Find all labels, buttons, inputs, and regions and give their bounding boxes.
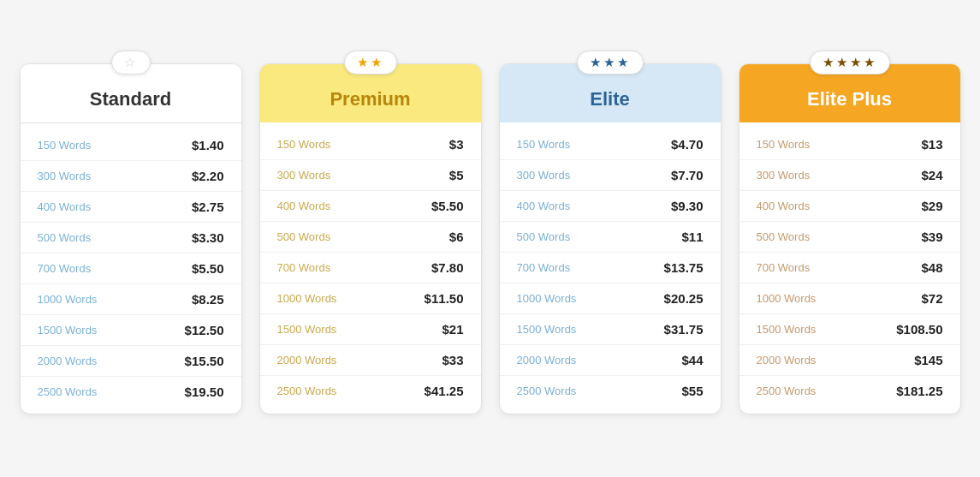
table-row: 500 Words$6 bbox=[260, 222, 481, 253]
table-row: 2500 Words$41.25 bbox=[260, 376, 481, 406]
plan-header-elite: ★★★Elite bbox=[500, 64, 721, 122]
price-value: $9.30 bbox=[671, 199, 704, 213]
word-count-label: 300 Words bbox=[277, 169, 331, 182]
table-row: 2000 Words$145 bbox=[739, 345, 960, 376]
word-count-label: 1000 Words bbox=[517, 292, 577, 305]
plan-title-elite-plus: Elite Plus bbox=[748, 88, 952, 110]
price-value: $181.25 bbox=[896, 384, 942, 398]
table-row: 700 Words$7.80 bbox=[260, 253, 481, 283]
price-value: $31.75 bbox=[664, 322, 704, 337]
table-row: 150 Words$13 bbox=[739, 129, 960, 160]
price-value: $41.25 bbox=[425, 384, 464, 398]
word-count-label: 1000 Words bbox=[757, 292, 817, 305]
price-value: $1.40 bbox=[192, 138, 224, 152]
table-row: 700 Words$48 bbox=[739, 253, 960, 283]
word-count-label: 300 Words bbox=[757, 169, 811, 182]
table-row: 150 Words$3 bbox=[260, 129, 481, 160]
word-count-label: 500 Words bbox=[517, 230, 571, 243]
plan-card-elite: ★★★Elite150 Words$4.70300 Words$7.70400 … bbox=[499, 63, 722, 414]
table-row: 1000 Words$20.25 bbox=[500, 283, 721, 314]
plan-header-standard: ☆Standard bbox=[21, 64, 241, 123]
word-count-label: 2500 Words bbox=[757, 385, 817, 397]
plan-header-premium: ★★Premium bbox=[260, 64, 481, 122]
table-row: 300 Words$24 bbox=[739, 160, 960, 191]
word-count-label: 150 Words bbox=[517, 138, 571, 151]
word-count-label: 400 Words bbox=[517, 200, 571, 212]
pricing-rows-premium: 150 Words$3300 Words$5400 Words$5.50500 … bbox=[260, 122, 481, 413]
star-badge-premium: ★★ bbox=[344, 51, 397, 75]
table-row: 2000 Words$15.50 bbox=[21, 346, 241, 377]
plan-card-standard: ☆Standard150 Words$1.40300 Words$2.20400… bbox=[20, 63, 242, 414]
price-value: $21 bbox=[442, 322, 463, 337]
word-count-label: 150 Words bbox=[757, 138, 811, 151]
word-count-label: 500 Words bbox=[38, 231, 92, 244]
table-row: 2500 Words$55 bbox=[500, 376, 721, 406]
plan-card-premium: ★★Premium150 Words$3300 Words$5400 Words… bbox=[259, 63, 482, 414]
word-count-label: 2000 Words bbox=[277, 354, 337, 367]
price-value: $11.50 bbox=[425, 291, 464, 306]
pricing-rows-elite-plus: 150 Words$13300 Words$24400 Words$29500 … bbox=[739, 122, 960, 413]
table-row: 400 Words$29 bbox=[739, 191, 960, 222]
word-count-label: 1500 Words bbox=[38, 324, 98, 337]
word-count-label: 500 Words bbox=[277, 230, 331, 243]
word-count-label: 2500 Words bbox=[517, 385, 577, 397]
price-value: $12.50 bbox=[185, 323, 224, 337]
price-value: $3 bbox=[449, 137, 464, 152]
pricing-rows-standard: 150 Words$1.40300 Words$2.20400 Words$2.… bbox=[21, 123, 241, 414]
word-count-label: 300 Words bbox=[38, 170, 92, 182]
star-badge-elite: ★★★ bbox=[577, 51, 644, 75]
price-value: $24 bbox=[921, 168, 942, 182]
price-value: $5.50 bbox=[192, 261, 224, 276]
pricing-grid: ☆Standard150 Words$1.40300 Words$2.20400… bbox=[20, 63, 961, 414]
table-row: 1000 Words$11.50 bbox=[260, 283, 481, 314]
table-row: 1000 Words$8.25 bbox=[21, 284, 241, 315]
word-count-label: 700 Words bbox=[38, 262, 92, 275]
price-value: $145 bbox=[914, 353, 942, 367]
price-value: $11 bbox=[681, 230, 703, 244]
price-value: $7.70 bbox=[671, 168, 704, 182]
table-row: 700 Words$13.75 bbox=[500, 253, 721, 283]
table-row: 400 Words$5.50 bbox=[260, 191, 481, 222]
star-badge-elite-plus: ★★★★ bbox=[810, 51, 890, 75]
price-value: $19.50 bbox=[185, 385, 224, 399]
plan-title-elite: Elite bbox=[508, 88, 712, 110]
word-count-label: 400 Words bbox=[38, 200, 92, 213]
table-row: 1000 Words$72 bbox=[739, 283, 960, 314]
price-value: $2.75 bbox=[192, 200, 224, 214]
word-count-label: 150 Words bbox=[277, 138, 331, 151]
table-row: 1500 Words$108.50 bbox=[739, 314, 960, 345]
pricing-rows-elite: 150 Words$4.70300 Words$7.70400 Words$9.… bbox=[500, 122, 721, 413]
table-row: 700 Words$5.50 bbox=[21, 253, 241, 284]
word-count-label: 2500 Words bbox=[277, 385, 337, 397]
word-count-label: 400 Words bbox=[277, 200, 331, 212]
word-count-label: 700 Words bbox=[277, 261, 331, 274]
price-value: $5 bbox=[449, 168, 464, 182]
price-value: $20.25 bbox=[664, 291, 704, 306]
table-row: 2000 Words$44 bbox=[500, 345, 721, 376]
table-row: 300 Words$7.70 bbox=[500, 160, 721, 191]
table-row: 400 Words$9.30 bbox=[500, 191, 721, 222]
price-value: $55 bbox=[681, 384, 703, 398]
word-count-label: 2000 Words bbox=[517, 354, 577, 367]
price-value: $4.70 bbox=[671, 137, 704, 152]
table-row: 400 Words$2.75 bbox=[21, 192, 241, 223]
table-row: 1500 Words$12.50 bbox=[21, 315, 241, 346]
table-row: 500 Words$11 bbox=[500, 222, 721, 253]
word-count-label: 700 Words bbox=[757, 261, 811, 274]
price-value: $13.75 bbox=[664, 260, 704, 275]
word-count-label: 500 Words bbox=[757, 230, 811, 243]
word-count-label: 1500 Words bbox=[757, 323, 817, 336]
table-row: 150 Words$1.40 bbox=[21, 130, 241, 161]
word-count-label: 150 Words bbox=[38, 139, 92, 152]
word-count-label: 1500 Words bbox=[517, 323, 577, 336]
price-value: $13 bbox=[921, 137, 942, 152]
table-row: 2500 Words$19.50 bbox=[21, 377, 241, 407]
table-row: 2500 Words$181.25 bbox=[739, 376, 960, 406]
word-count-label: 1000 Words bbox=[277, 292, 337, 305]
table-row: 300 Words$2.20 bbox=[21, 161, 241, 192]
word-count-label: 1000 Words bbox=[38, 293, 98, 306]
price-value: $8.25 bbox=[192, 292, 224, 307]
price-value: $39 bbox=[921, 230, 942, 244]
table-row: 1500 Words$31.75 bbox=[500, 314, 721, 345]
price-value: $3.30 bbox=[192, 230, 224, 245]
